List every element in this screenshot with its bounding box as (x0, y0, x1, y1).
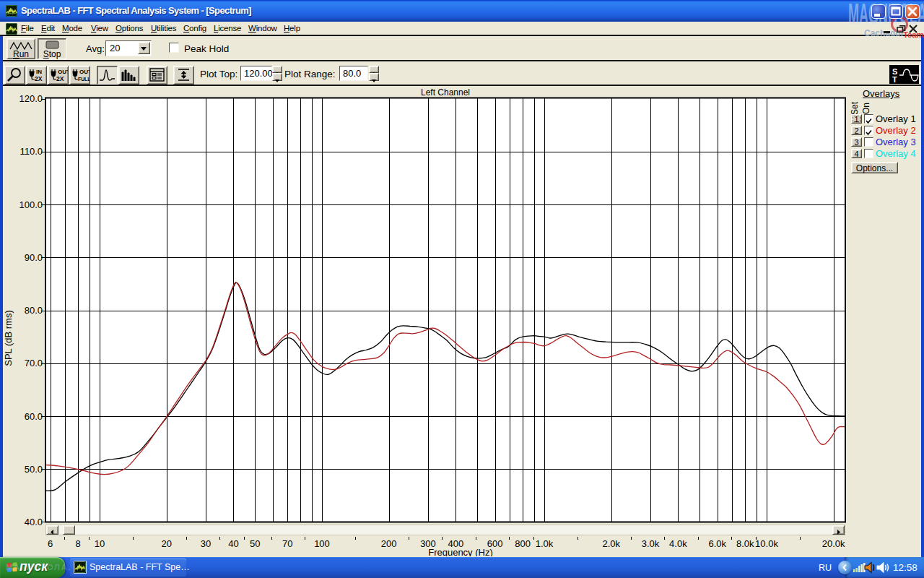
svg-text:20.0k: 20.0k (822, 538, 845, 549)
svg-text:8.0k: 8.0k (736, 538, 754, 549)
svg-text:110.0: 110.0 (19, 146, 43, 157)
svg-text:SPL (dB rms): SPL (dB rms) (3, 310, 14, 366)
svg-text:T: T (892, 75, 897, 84)
svg-text:1.0k: 1.0k (536, 538, 554, 549)
svg-text:IN: IN (36, 69, 42, 75)
svg-text:OUT: OUT (79, 69, 90, 75)
svg-text:4.0k: 4.0k (669, 538, 687, 549)
svg-text:80.0: 80.0 (25, 305, 43, 316)
svg-text:3.0k: 3.0k (642, 538, 660, 549)
svg-text:100.0: 100.0 (19, 199, 43, 210)
svg-text:8: 8 (76, 538, 81, 549)
svg-text:30: 30 (201, 538, 211, 549)
svg-text:2X: 2X (56, 75, 64, 82)
svg-text:FULL: FULL (78, 77, 90, 82)
svg-text:50: 50 (250, 538, 260, 549)
svg-text:10: 10 (95, 538, 105, 549)
svg-text:6: 6 (48, 538, 53, 549)
svg-text:6.0k: 6.0k (708, 538, 726, 549)
svg-text:100: 100 (314, 538, 330, 549)
svg-text:40.0: 40.0 (25, 517, 43, 527)
svg-text:90.0: 90.0 (25, 252, 43, 263)
svg-text:20: 20 (161, 538, 171, 549)
svg-text:70: 70 (282, 538, 292, 549)
svg-text:Left Channel: Left Channel (421, 87, 470, 98)
svg-text:OUT: OUT (58, 69, 68, 75)
svg-text:120.0: 120.0 (19, 93, 43, 104)
svg-text:800: 800 (515, 538, 531, 549)
svg-text:40: 40 (228, 538, 238, 549)
svg-text:10.0k: 10.0k (755, 538, 778, 549)
svg-text:2.0k: 2.0k (602, 538, 620, 549)
svg-text:Frequency (Hz): Frequency (Hz) (428, 547, 493, 556)
svg-text:50.0: 50.0 (25, 464, 43, 475)
svg-text:60.0: 60.0 (25, 411, 43, 422)
svg-text:70.0: 70.0 (25, 358, 43, 368)
svg-text:200: 200 (381, 538, 397, 549)
svg-text:2X: 2X (35, 75, 43, 82)
